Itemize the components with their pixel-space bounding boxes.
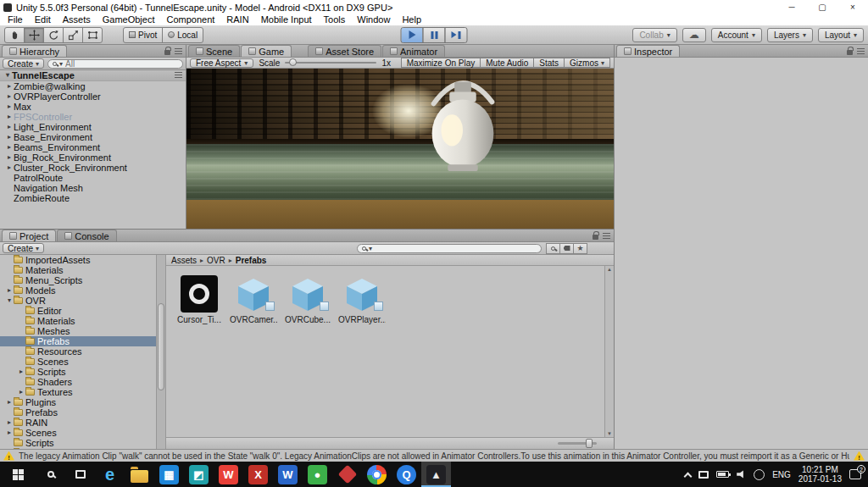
expand-arrow[interactable]: ▸ [17, 387, 25, 397]
expand-arrow[interactable]: ▸ [5, 91, 14, 102]
hierarchy-item[interactable]: ▸ Cluster_Rock_Environment [0, 163, 186, 173]
pause-button[interactable] [423, 27, 446, 43]
step-button[interactable] [445, 27, 468, 43]
network-icon[interactable] [698, 471, 709, 479]
panel-menu-icon[interactable] [175, 48, 182, 54]
account-dropdown[interactable]: Account ▾ [711, 28, 762, 42]
search-by-label-button[interactable] [559, 243, 574, 254]
gizmos-dropdown[interactable]: Gizmos ▾ [564, 58, 610, 68]
hierarchy-item[interactable]: ▸ Zombie@walking [0, 81, 186, 91]
menu-item[interactable]: Component [160, 14, 220, 25]
folder-row[interactable]: ▸ Textures [0, 387, 156, 397]
hierarchy-item[interactable]: ▸ OVRPlayerController [0, 91, 186, 102]
volume-icon[interactable] [737, 470, 746, 479]
expand-arrow[interactable]: ▸ [5, 132, 14, 142]
folder-row[interactable]: Meshes [0, 326, 156, 336]
folder-row[interactable]: Materials [0, 316, 156, 326]
folder-row[interactable]: Materials [0, 265, 156, 275]
hierarchy-item[interactable]: Navigation Mesh [0, 183, 186, 193]
chrome-icon[interactable] [362, 462, 392, 487]
menu-item[interactable]: Mobile Input [255, 14, 318, 25]
folder-row[interactable]: Scripts [0, 438, 156, 448]
folder-row[interactable]: ImportedAssets [0, 255, 156, 265]
hierarchy-item[interactable]: ▸ Beams_Environment [0, 142, 186, 152]
menu-item[interactable]: GameObject [97, 14, 161, 25]
mute-audio-button[interactable]: Mute Audio ▾ [480, 58, 534, 68]
hierarchy-create-button[interactable]: Create ▾ [3, 58, 44, 69]
expand-arrow[interactable]: ▸ [5, 81, 14, 91]
menu-item[interactable]: Assets [57, 14, 97, 25]
game-viewport[interactable] [186, 69, 614, 229]
collab-dropdown[interactable]: Collab ▾ [632, 28, 676, 42]
battery-icon[interactable] [716, 471, 729, 478]
scroll-down-icon[interactable]: ▼ [607, 431, 612, 436]
scrollbar-thumb[interactable] [158, 303, 164, 390]
tray-expand-icon[interactable] [684, 472, 693, 480]
thumbnail-zoom-slider[interactable] [558, 442, 597, 445]
menu-item[interactable]: Edit [29, 14, 57, 25]
folder-row[interactable]: Menu_Scripts [0, 275, 156, 285]
panel-menu-icon[interactable] [603, 233, 610, 239]
panel-menu-icon[interactable] [857, 48, 865, 54]
tab-project[interactable]: Project [2, 230, 56, 241]
edge-icon[interactable]: e [95, 462, 125, 487]
asset-item[interactable]: OVRPlayer... [339, 274, 385, 324]
word-icon[interactable]: W [273, 462, 303, 487]
lock-icon[interactable] [593, 235, 598, 240]
menu-item[interactable]: Tools [318, 14, 352, 25]
expand-arrow[interactable]: ▸ [5, 152, 14, 163]
wps-writer-icon[interactable]: W [214, 462, 243, 487]
menu-item[interactable]: Window [351, 14, 396, 25]
dev-cpp-icon[interactable] [332, 462, 362, 487]
menu-item[interactable]: RAIN [220, 14, 254, 25]
aspect-dropdown[interactable]: Free Aspect ▾ [190, 58, 253, 68]
hierarchy-item[interactable]: PatrolRoute [0, 173, 186, 183]
scale-slider-thumb[interactable] [289, 58, 297, 66]
lock-icon[interactable] [847, 50, 853, 55]
local-toggle[interactable]: Local [162, 27, 203, 43]
tab-hierarchy[interactable]: Hierarchy [2, 45, 67, 57]
minimize-button[interactable]: ─ [776, 0, 807, 14]
folder-row[interactable]: ▸ RAIN [0, 418, 156, 428]
breadcrumb-prefabs[interactable]: Prefabs [236, 256, 267, 265]
project-create-button[interactable]: Create ▾ [3, 243, 44, 253]
expand-arrow[interactable]: ▸ [5, 163, 14, 173]
layers-dropdown[interactable]: Layers ▾ [767, 28, 813, 42]
hierarchy-item[interactable]: ▸ Big_Rock_Environment [0, 152, 186, 163]
search-by-type-button[interactable] [546, 243, 560, 254]
tab-inspector[interactable]: Inspector [616, 45, 680, 57]
breadcrumb-ovr[interactable]: OVR [207, 256, 225, 265]
scale-tool-button[interactable] [63, 27, 83, 43]
rotate-tool-button[interactable] [43, 27, 64, 43]
folder-row[interactable]: ▸ Scripts [0, 367, 156, 377]
scroll-up-icon[interactable]: ▲ [607, 267, 612, 272]
file-explorer-icon[interactable] [125, 462, 154, 487]
folder-row[interactable]: Editor [0, 306, 156, 316]
status-bar[interactable]: The legacy Animation Clip "walk" cannot … [0, 449, 868, 462]
close-button[interactable]: × [837, 0, 868, 14]
ime-icon[interactable] [754, 469, 765, 480]
hierarchy-item[interactable]: ZombieRoute [0, 193, 186, 203]
photos-icon[interactable]: ◩ [184, 462, 214, 487]
folder-row[interactable]: ▸ Models [0, 285, 156, 296]
tab-game[interactable]: Game [241, 45, 292, 57]
tab-scene[interactable]: Scene [188, 45, 240, 57]
expand-arrow[interactable]: ▸ [5, 112, 14, 122]
expand-arrow[interactable]: ▸ [5, 397, 14, 407]
qq-browser-icon[interactable]: Q [392, 462, 421, 487]
folder-row[interactable]: ▾ OVR [0, 296, 156, 306]
green-app-icon[interactable]: ● [303, 462, 332, 487]
menu-item[interactable]: File [2, 14, 29, 25]
tab-asset-store[interactable]: Asset Store [308, 45, 381, 57]
taskbar-clock[interactable]: 10:21 PM 2017-01-13 [798, 465, 842, 484]
action-center-icon[interactable]: 2 [849, 469, 861, 479]
expand-arrow[interactable]: ▸ [5, 418, 14, 428]
play-button[interactable] [401, 27, 424, 43]
asset-item[interactable]: Cursor_Ti... [176, 274, 222, 324]
move-tool-button[interactable] [24, 27, 44, 43]
hand-tool-button[interactable] [4, 27, 25, 43]
menu-item[interactable]: Help [396, 14, 427, 25]
tab-console[interactable]: Console [57, 230, 116, 241]
favorites-button[interactable]: ★ [573, 243, 587, 254]
tab-animator[interactable]: Animator [382, 45, 445, 57]
